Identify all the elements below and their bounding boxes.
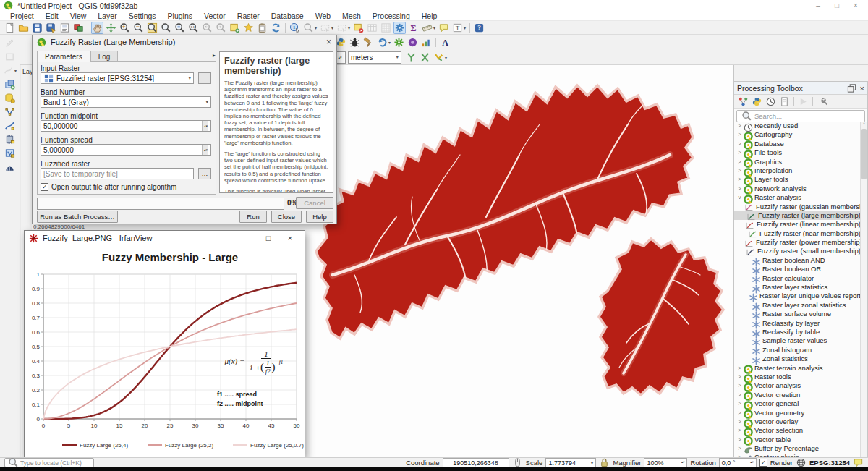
toolbox-item-fuzzify-raster-small-membership-[interactable]: Fuzzify raster (small membership) [734, 247, 861, 255]
db-manager-button[interactable] [4, 161, 16, 173]
new-temporary-scratch-layer-button[interactable] [4, 133, 16, 145]
menu-plugins[interactable]: Plugins [162, 12, 198, 20]
toolbox-item-fuzzify-raster-linear-membership-[interactable]: Fuzzify raster (linear membership) [734, 220, 861, 229]
dialog-close-button[interactable]: × [325, 37, 333, 47]
menu-edit[interactable]: Edit [40, 12, 64, 20]
panel-close-button[interactable]: × [860, 84, 864, 93]
identify-features-button[interactable]: i [289, 22, 301, 34]
rotation-spinbox[interactable]: 0,0 °▴▾ [719, 458, 757, 468]
toolbox-item-raster-layer-statistics[interactable]: Raster layer statistics [734, 283, 861, 292]
toolbox-item-graphics[interactable]: >Graphics [734, 158, 861, 166]
open-output-checkbox[interactable]: ✓ [41, 183, 48, 191]
toolbox-item-file-tools[interactable]: >File tools [734, 148, 861, 157]
toolbox-edit-in-place-button[interactable] [797, 96, 809, 108]
output-browse-button[interactable]: … [198, 168, 211, 179]
magnifier-spinbox[interactable]: 100%▴▾ [644, 458, 687, 468]
plugin-reloader-button[interactable]: ▾ [376, 36, 391, 48]
lock-scale-icon[interactable] [599, 457, 610, 468]
dialog-titlebar[interactable]: Fuzzify Raster (Large Membership) × [33, 35, 336, 48]
crs-globe-icon[interactable] [796, 457, 807, 468]
menu-vector[interactable]: Vector [198, 12, 231, 20]
zoom-to-layer-button[interactable] [174, 22, 186, 34]
toolbox-item-fuzzify-raster-power-membership-[interactable]: Fuzzify raster (power membership) [734, 238, 861, 247]
toolbox-options-button[interactable] [816, 96, 828, 108]
window-minimize-button[interactable]: – [809, 1, 827, 9]
render-checkbox[interactable]: ✓ [760, 459, 767, 467]
menu-help[interactable]: Help [416, 12, 443, 20]
cancel-button[interactable]: Cancel [296, 197, 333, 209]
output-file-input[interactable]: [Save to temporary file] [41, 168, 194, 179]
plugin-manager-button[interactable] [393, 36, 405, 48]
toolbox-item-vector-general[interactable]: >Vector general [734, 399, 861, 408]
function-spread-spinbox[interactable]: 5,000000 ▴▾ [41, 144, 211, 156]
toolbox-item-contour-plugin[interactable]: >Contour plugin [734, 453, 861, 457]
toolbox-item-raster-surface-volume[interactable]: Raster surface volume [734, 310, 861, 318]
menu-database[interactable]: Database [265, 12, 310, 20]
text-annotation-button[interactable]: T▾ [451, 22, 467, 34]
statistical-summary-button[interactable]: Σ [407, 22, 420, 34]
close-button[interactable]: Close [271, 211, 302, 223]
units-combo[interactable]: meters ▾ [348, 51, 401, 64]
extent-toggle-icon[interactable] [512, 457, 523, 468]
expression-plugin-button[interactable]: Λ [439, 36, 451, 48]
viewer-minimize-button[interactable]: – [236, 234, 258, 242]
run-as-batch-button[interactable]: Run as Batch Process… [37, 211, 118, 223]
new-print-layout-button[interactable] [59, 22, 71, 34]
tab-log[interactable]: Log [90, 51, 119, 62]
add-curve-button[interactable]: ▾ [2, 64, 17, 77]
toolbox-item-zonal-statistics[interactable]: Zonal statistics [734, 355, 861, 363]
irfanview-titlebar[interactable]: Fuzzify_Large.PNG - IrfanView – □ × [25, 231, 305, 246]
toolbox-item-network-analysis[interactable]: >Network analysis [734, 184, 861, 193]
spatial-bookmarks-button[interactable] [242, 22, 255, 34]
toolbox-item-reclassify-by-layer[interactable]: Reclassify by layer [734, 319, 861, 328]
toolbox-item-vector-overlay[interactable]: >Vector overlay [734, 417, 861, 426]
toolbox-item-vector-table[interactable]: >Vector table [734, 436, 861, 444]
toolbox-item-raster-boolean-or[interactable]: Raster boolean OR [734, 265, 861, 273]
toolbox-results-viewer-button[interactable] [778, 96, 791, 108]
project-save-as-button[interactable] [45, 22, 57, 34]
field-calculator-button[interactable] [380, 22, 392, 34]
toolbox-item-layer-tools[interactable]: >Layer tools [734, 175, 861, 184]
pan-to-selection-button[interactable] [105, 22, 117, 34]
panel-float-icon[interactable] [846, 82, 857, 93]
help-contents-button[interactable]: ? [473, 22, 485, 34]
open-attribute-table-button[interactable] [366, 22, 378, 34]
toolbox-item-vector-geometry[interactable]: >Vector geometry [734, 409, 861, 417]
toolbox-item-raster-layer-zonal-statistics[interactable]: Raster layer zonal statistics [734, 301, 861, 310]
toolbox-item-vector-selection[interactable]: >Vector selection [734, 426, 861, 435]
toolbox-item-fuzzify-raster-gaussian-membership-[interactable]: Fuzzify raster (gaussian membership) [734, 203, 861, 211]
viewer-close-button[interactable]: × [279, 234, 301, 242]
toolbox-item-vector-analysis[interactable]: >Vector analysis [734, 381, 861, 390]
new-spatialite-layer-button[interactable] [4, 92, 16, 104]
toolbox-item-raster-analysis[interactable]: vRaster analysis [734, 193, 861, 202]
toolbox-item-raster-terrain-analysis[interactable]: >Raster terrain analysis [734, 364, 861, 373]
style-manager-button[interactable] [72, 22, 85, 34]
tracing-tool-button[interactable] [405, 51, 417, 64]
toolbox-item-reclassify-by-table[interactable]: Reclassify by table [734, 328, 861, 336]
toolbox-models-button[interactable] [737, 96, 749, 108]
toolbox-item-raster-boolean-and[interactable]: Raster boolean AND [734, 256, 861, 265]
data-plotly-plugin-button[interactable] [420, 36, 433, 48]
refresh-map-button[interactable] [270, 22, 282, 34]
toolbox-item-raster-calculator[interactable]: Raster calculator [734, 274, 861, 283]
window-maximize-button[interactable]: □ [827, 1, 846, 9]
project-save-button[interactable] [31, 22, 43, 34]
new-gpx-layer-button[interactable] [4, 119, 16, 132]
toggle-editing-button[interactable] [4, 37, 16, 49]
run-button[interactable]: Run [239, 211, 267, 223]
toolbox-item-fuzzify-raster-large-membership-[interactable]: Fuzzify raster (large membership) [734, 211, 861, 220]
toolbox-item-zonal-histogram[interactable]: Zonal histogram [734, 346, 861, 355]
add-rectangle-button[interactable] [4, 51, 16, 63]
layout-manager-button[interactable] [256, 22, 268, 34]
menu-layer[interactable]: Layer [92, 12, 122, 20]
toolbox-item-database[interactable]: >Database [734, 140, 861, 148]
toolbox-item-buffer-by-percentage[interactable]: >Buffer by Percentage [734, 444, 861, 453]
new-geopackage-layer-button[interactable] [4, 78, 16, 90]
input-raster-browse-button[interactable]: … [198, 72, 211, 84]
plugin-builder-button[interactable] [362, 36, 375, 48]
toolbox-python-scripts-button[interactable] [751, 96, 763, 108]
zoom-full-extent-button[interactable] [146, 22, 158, 34]
osgeo-plugin-button[interactable] [407, 36, 419, 48]
zoom-next-button[interactable] [215, 22, 227, 34]
toolbox-search-input[interactable]: Search... [736, 110, 865, 122]
